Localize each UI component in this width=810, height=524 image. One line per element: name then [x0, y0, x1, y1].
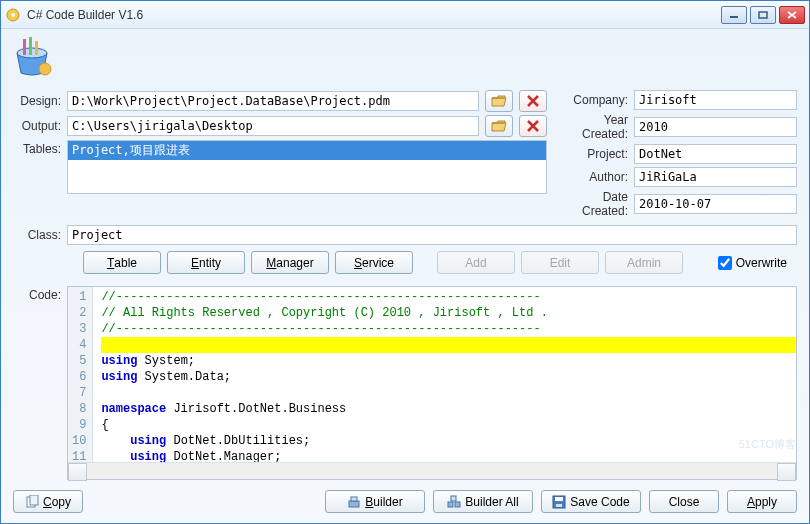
- window-title: C# Code Builder V1.6: [27, 8, 721, 22]
- save-icon: [552, 495, 566, 509]
- author-label: Author:: [567, 170, 634, 184]
- horizontal-scrollbar[interactable]: [68, 462, 796, 479]
- design-input[interactable]: [67, 91, 479, 111]
- minimize-button[interactable]: [721, 6, 747, 24]
- svg-rect-18: [556, 504, 562, 507]
- svg-rect-17: [555, 497, 563, 501]
- builder-all-button[interactable]: Builder All: [433, 490, 533, 513]
- overwrite-checkbox[interactable]: Overwrite: [718, 256, 787, 270]
- company-input[interactable]: [634, 90, 797, 110]
- manager-button[interactable]: Manager: [251, 251, 329, 274]
- design-browse-button[interactable]: [485, 90, 513, 112]
- bucket-tools-icon: [11, 35, 53, 77]
- svg-rect-10: [30, 495, 38, 505]
- overwrite-check-input[interactable]: [718, 256, 732, 270]
- output-browse-button[interactable]: [485, 115, 513, 137]
- svg-rect-13: [448, 502, 453, 507]
- class-label: Class:: [13, 228, 67, 242]
- output-input[interactable]: [67, 116, 479, 136]
- author-input[interactable]: [634, 167, 797, 187]
- code-editor[interactable]: 1234567891011 //------------------------…: [67, 286, 797, 480]
- svg-rect-3: [759, 12, 767, 18]
- add-button: Add: [437, 251, 515, 274]
- copy-button[interactable]: Copy: [13, 490, 83, 513]
- svg-rect-11: [349, 501, 359, 507]
- svg-rect-12: [351, 497, 357, 501]
- project-label: Project:: [567, 147, 634, 161]
- class-input[interactable]: [67, 225, 797, 245]
- svg-point-1: [11, 13, 15, 17]
- build-all-icon: [447, 495, 461, 509]
- year-created-input[interactable]: [634, 117, 797, 137]
- project-input[interactable]: [634, 144, 797, 164]
- folder-open-icon: [491, 119, 507, 133]
- tables-label: Tables:: [13, 140, 67, 156]
- design-label: Design:: [13, 94, 67, 108]
- list-item[interactable]: Project,项目跟进表: [68, 141, 546, 160]
- copy-icon: [25, 495, 39, 509]
- date-created-label: Date Created:: [567, 190, 634, 218]
- apply-button[interactable]: Apply: [727, 490, 797, 513]
- save-code-button[interactable]: Save Code: [541, 490, 641, 513]
- close-window-button[interactable]: [779, 6, 805, 24]
- company-label: Company:: [567, 93, 634, 107]
- date-created-input[interactable]: [634, 194, 797, 214]
- year-created-label: Year Created:: [567, 113, 634, 141]
- svg-rect-2: [730, 16, 738, 18]
- entity-button[interactable]: Entity: [167, 251, 245, 274]
- build-icon: [347, 495, 361, 509]
- design-clear-button[interactable]: [519, 90, 547, 112]
- svg-rect-15: [451, 496, 456, 501]
- builder-button[interactable]: Builder: [325, 490, 425, 513]
- edit-button: Edit: [521, 251, 599, 274]
- app-gear-icon: [5, 7, 21, 23]
- svg-rect-14: [455, 502, 460, 507]
- folder-open-icon: [491, 94, 507, 108]
- code-lines[interactable]: //--------------------------------------…: [93, 287, 796, 462]
- tables-listbox[interactable]: Project,项目跟进表: [67, 140, 547, 194]
- maximize-button[interactable]: [750, 6, 776, 24]
- table-button[interactable]: Table: [83, 251, 161, 274]
- svg-rect-6: [29, 37, 32, 55]
- output-label: Output:: [13, 119, 67, 133]
- service-button[interactable]: Service: [335, 251, 413, 274]
- output-clear-button[interactable]: [519, 115, 547, 137]
- svg-point-8: [39, 63, 51, 75]
- code-label: Code:: [13, 286, 67, 480]
- svg-rect-5: [23, 39, 26, 55]
- x-icon: [526, 94, 540, 108]
- svg-rect-7: [35, 41, 38, 55]
- admin-button: Admin: [605, 251, 683, 274]
- close-button[interactable]: Close: [649, 490, 719, 513]
- titlebar: C# Code Builder V1.6: [1, 1, 809, 29]
- line-gutter: 1234567891011: [68, 287, 93, 462]
- x-icon: [526, 119, 540, 133]
